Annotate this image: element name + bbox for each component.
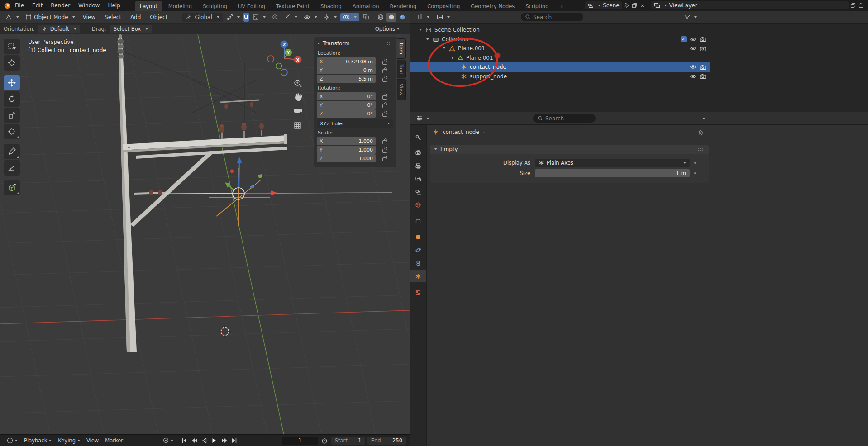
tab-shading[interactable]: Shading	[315, 1, 347, 11]
mode-selector[interactable]: Object Mode	[23, 13, 78, 22]
tab-render-properties[interactable]	[410, 146, 426, 158]
menu-select[interactable]: Select	[100, 13, 125, 22]
tab-scripting[interactable]: Scripting	[520, 1, 553, 11]
play-button[interactable]	[210, 437, 219, 445]
outliner-editor-type-button[interactable]	[414, 13, 432, 21]
lock-icon[interactable]	[382, 78, 387, 82]
use-preview-range-button[interactable]	[321, 437, 328, 445]
disclosure-icon[interactable]	[443, 47, 445, 49]
pivot-point-dropdown[interactable]	[224, 13, 243, 22]
panel-grip-icon[interactable]	[386, 42, 393, 45]
current-frame-field[interactable]: 1	[282, 437, 318, 445]
breadcrumb-object-name[interactable]: contact_node	[443, 129, 479, 135]
tab-object-data-properties[interactable]	[410, 270, 426, 282]
editor-type-button[interactable]	[3, 13, 22, 22]
lock-icon[interactable]	[382, 157, 387, 161]
tool-annotate[interactable]	[4, 144, 20, 159]
shading-wireframe-button[interactable]	[376, 13, 386, 22]
disable-render-camera-icon[interactable]	[700, 37, 706, 42]
tab-viewlayer-properties[interactable]	[410, 173, 426, 185]
animate-dot[interactable]	[694, 162, 696, 164]
properties-search-input[interactable]: Search	[533, 114, 596, 123]
tool-select-box[interactable]	[4, 39, 20, 54]
tab-view[interactable]: View	[397, 79, 406, 100]
viewlayer-selector[interactable]: ViewLayer	[651, 1, 849, 9]
disable-render-camera-icon[interactable]	[700, 74, 706, 79]
menu-keying[interactable]: Keying	[55, 437, 83, 445]
hide-eye-icon[interactable]	[690, 37, 696, 42]
shading-material-button[interactable]	[397, 13, 407, 22]
menu-render[interactable]: Render	[47, 1, 74, 9]
lock-icon[interactable]	[382, 140, 387, 144]
panel-collapse-icon[interactable]	[317, 43, 320, 44]
timeline-editor-type-button[interactable]	[4, 437, 21, 445]
tab-animation[interactable]: Animation	[348, 1, 384, 11]
menu-object[interactable]: Object	[146, 13, 172, 22]
lock-icon[interactable]	[382, 149, 387, 153]
panel-grip-icon[interactable]	[698, 147, 704, 151]
outliner-row-scene-collection[interactable]: Scene Collection	[410, 25, 868, 35]
tab-compositing[interactable]: Compositing	[422, 1, 465, 11]
scene-copy-icon[interactable]	[630, 1, 639, 9]
viewlayer-copy-icon[interactable]	[849, 1, 857, 9]
hide-eye-icon[interactable]	[690, 65, 696, 69]
disable-render-camera-icon[interactable]	[700, 65, 706, 70]
proportional-falloff-dropdown[interactable]	[281, 13, 300, 21]
lock-icon[interactable]	[382, 104, 387, 108]
tab-world-properties[interactable]	[410, 199, 426, 211]
menu-view[interactable]: View	[79, 13, 100, 22]
tab-texture-paint[interactable]: Texture Paint	[271, 1, 315, 11]
disclosure-icon[interactable]	[419, 29, 422, 31]
outliner-filter-button[interactable]	[682, 13, 700, 21]
camera-view-control[interactable]	[294, 109, 302, 113]
object-visibility-dropdown[interactable]	[301, 14, 320, 21]
location-z-field[interactable]: Z5.5 m	[317, 75, 376, 83]
menu-marker[interactable]: Marker	[102, 437, 126, 445]
rotation-mode-dropdown[interactable]: XYZ Euler	[317, 119, 393, 128]
navigation-gizmo[interactable]: Z X Y	[258, 38, 312, 134]
ortho-grid-control[interactable]	[295, 123, 300, 128]
scene-pin-icon[interactable]	[622, 1, 630, 9]
tab-tool[interactable]: Tool	[397, 60, 406, 78]
lock-icon[interactable]	[382, 69, 387, 73]
menu-file[interactable]: File	[11, 1, 28, 9]
location-x-field[interactable]: X0.32108 m	[317, 57, 376, 66]
auto-keying-toggle[interactable]	[160, 437, 176, 444]
tool-cursor[interactable]	[4, 55, 20, 71]
options-dropdown[interactable]: Options	[375, 26, 400, 32]
menu-window[interactable]: Window	[74, 1, 104, 9]
tool-rotate[interactable]	[4, 91, 20, 107]
disclosure-icon[interactable]	[426, 38, 429, 40]
jump-to-start-button[interactable]	[180, 437, 189, 445]
orientation-default-dropdown[interactable]: Default	[38, 25, 80, 33]
outliner-display-mode-button[interactable]	[434, 13, 453, 21]
empty-panel-header[interactable]: Empty	[430, 145, 709, 154]
lock-icon[interactable]	[382, 95, 387, 100]
outliner-row-support-node[interactable]: support_node	[410, 72, 868, 81]
shading-solid-button[interactable]	[386, 13, 396, 22]
tool-add-cube[interactable]	[4, 180, 20, 195]
viewport-3d[interactable]: User Perspective (1) Collection | contac…	[0, 34, 410, 434]
properties-options-chevron-icon[interactable]	[702, 118, 705, 119]
tool-transform[interactable]	[4, 124, 20, 139]
frame-end-field[interactable]: End250	[367, 437, 406, 445]
prev-keyframe-button[interactable]	[190, 437, 199, 445]
pin-icon[interactable]	[698, 129, 704, 136]
drag-mode-dropdown[interactable]: Select Box	[110, 25, 152, 33]
zoom-control[interactable]	[295, 80, 301, 87]
blender-logo-icon[interactable]	[3, 1, 11, 9]
properties-editor-type-button[interactable]	[414, 114, 432, 123]
add-workspace-button[interactable]: +	[554, 1, 569, 11]
lock-icon[interactable]	[382, 113, 387, 117]
play-reverse-button[interactable]	[200, 437, 209, 445]
tab-constraints-properties[interactable]	[410, 257, 426, 269]
tool-move[interactable]	[4, 75, 20, 90]
disable-render-camera-icon[interactable]	[700, 46, 706, 51]
tab-geometry-nodes[interactable]: Geometry Nodes	[466, 1, 520, 11]
tab-output-properties[interactable]	[410, 160, 426, 172]
tab-rendering[interactable]: Rendering	[385, 1, 421, 11]
proportional-editing-toggle[interactable]	[269, 13, 281, 21]
menu-help[interactable]: Help	[104, 1, 124, 9]
outliner-row-plane-data[interactable]: Plane.001	[410, 53, 868, 63]
menu-edit[interactable]: Edit	[28, 1, 47, 9]
